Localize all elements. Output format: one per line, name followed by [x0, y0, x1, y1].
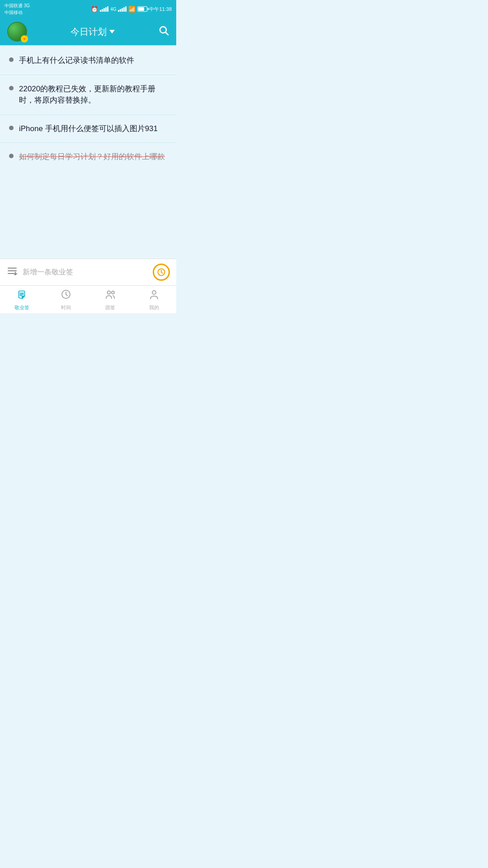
svg-point-7: [107, 291, 110, 294]
bullet-icon: [9, 126, 14, 130]
bullet-icon: [9, 86, 14, 90]
header: ♥ 今日计划: [0, 18, 176, 45]
item-text-4: 如何制定每日学习计划？好用的软件上哪款: [19, 151, 167, 163]
bullet-icon: [9, 154, 14, 158]
main-content: 手机上有什么记录读书清单的软件22020的教程已失效，更新新的教程手册时，将原内…: [0, 47, 176, 259]
team-icon: [104, 288, 116, 303]
nav-label-team: 团签: [105, 304, 115, 311]
new-item-input[interactable]: 新增一条敬业签: [23, 265, 148, 280]
dropdown-arrow-icon: [109, 30, 115, 33]
search-icon: [158, 25, 169, 36]
nav-item-note[interactable]: 敬业签: [0, 288, 44, 311]
svg-point-9: [152, 291, 156, 294]
search-button[interactable]: [158, 25, 169, 38]
timer-icon: [153, 264, 170, 281]
network-type: 4G: [110, 7, 116, 12]
signal-icon: [100, 6, 108, 12]
bottom-nav: 敬业签 时间 团签 我的: [0, 285, 176, 313]
wifi-icon: 📶: [128, 6, 136, 13]
status-right: ⏰ 4G 📶 中午11:38: [91, 6, 172, 13]
header-title-text: 今日计划: [70, 26, 107, 38]
carrier1: 中国联通 3G: [5, 3, 30, 9]
svg-line-1: [166, 33, 169, 35]
timer-button[interactable]: [153, 264, 170, 281]
battery-icon: [137, 6, 147, 12]
svg-point-8: [112, 291, 114, 294]
mine-icon: [148, 288, 160, 303]
nav-item-mine[interactable]: 我的: [132, 288, 177, 311]
nav-label-note: 敬业签: [14, 304, 29, 311]
carrier2: 中国移动: [5, 9, 30, 16]
note-icon: [16, 288, 28, 303]
header-title-group[interactable]: 今日计划: [70, 26, 115, 38]
item-text-3: iPhone 手机用什么便签可以插入图片931: [19, 123, 167, 135]
avatar-container[interactable]: ♥: [7, 22, 27, 42]
alarm-icon: ⏰: [91, 6, 98, 13]
item-text-2: 22020的教程已失效，更新新的教程手册时，将原内容替换掉。: [19, 83, 167, 106]
nav-label-mine: 我的: [149, 304, 159, 311]
signal2-icon: [118, 6, 127, 12]
nav-item-time[interactable]: 时间: [44, 288, 89, 311]
bottom-input-area: 新增一条敬业签: [0, 259, 176, 285]
bullet-icon: [9, 57, 14, 62]
sort-icon: [6, 265, 18, 277]
carrier-info: 中国联通 3G 中国移动: [5, 3, 30, 16]
list-item[interactable]: 22020的教程已失效，更新新的教程手册时，将原内容替换掉。: [0, 75, 176, 115]
nav-label-time: 时间: [61, 304, 71, 311]
avatar-badge: ♥: [21, 35, 28, 42]
sort-button[interactable]: [6, 265, 18, 279]
item-text-1: 手机上有什么记录读书清单的软件: [19, 55, 167, 66]
list-item[interactable]: 如何制定每日学习计划？好用的软件上哪款: [0, 143, 176, 171]
time-icon: [60, 288, 72, 303]
status-bar: 中国联通 3G 中国移动 ⏰ 4G 📶 中午11:38: [0, 0, 176, 18]
time-display: 中午11:38: [149, 6, 172, 13]
list-item[interactable]: 手机上有什么记录读书清单的软件: [0, 47, 176, 75]
list-item[interactable]: iPhone 手机用什么便签可以插入图片931: [0, 115, 176, 143]
nav-item-team[interactable]: 团签: [88, 288, 132, 311]
